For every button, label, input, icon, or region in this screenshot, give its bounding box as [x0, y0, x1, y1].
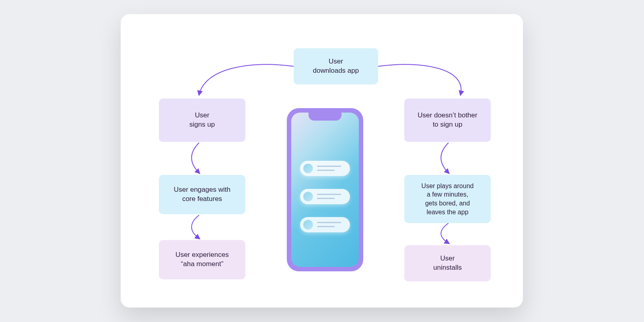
phone-screen	[291, 113, 359, 267]
phone-illustration	[287, 108, 363, 271]
list-item	[300, 189, 350, 204]
node-label: Usersigns up	[189, 111, 215, 129]
node-label: Useruninstalls	[433, 254, 462, 273]
node-no-signup: User doesn’t botherto sign up	[404, 98, 491, 142]
diagram-card: Userdownloads app Usersigns up User enga…	[121, 14, 523, 308]
node-signs-up: Usersigns up	[159, 98, 245, 142]
node-label: User experiences“aha moment”	[175, 250, 228, 269]
node-plays-around: User plays arounda few minutes,gets bore…	[404, 175, 491, 223]
node-aha-moment: User experiences“aha moment”	[159, 240, 245, 279]
node-label: Userdownloads app	[313, 57, 359, 76]
node-label: User doesn’t botherto sign up	[418, 111, 477, 129]
phone-notch	[309, 113, 342, 121]
node-engages-core: User engages withcore features	[159, 175, 245, 214]
node-uninstalls: Useruninstalls	[404, 245, 491, 281]
list-item	[300, 161, 350, 176]
list-item	[300, 217, 350, 232]
node-downloads-app: Userdownloads app	[294, 48, 378, 84]
node-label: User engages withcore features	[174, 185, 230, 204]
node-label: User plays arounda few minutes,gets bore…	[422, 182, 474, 216]
